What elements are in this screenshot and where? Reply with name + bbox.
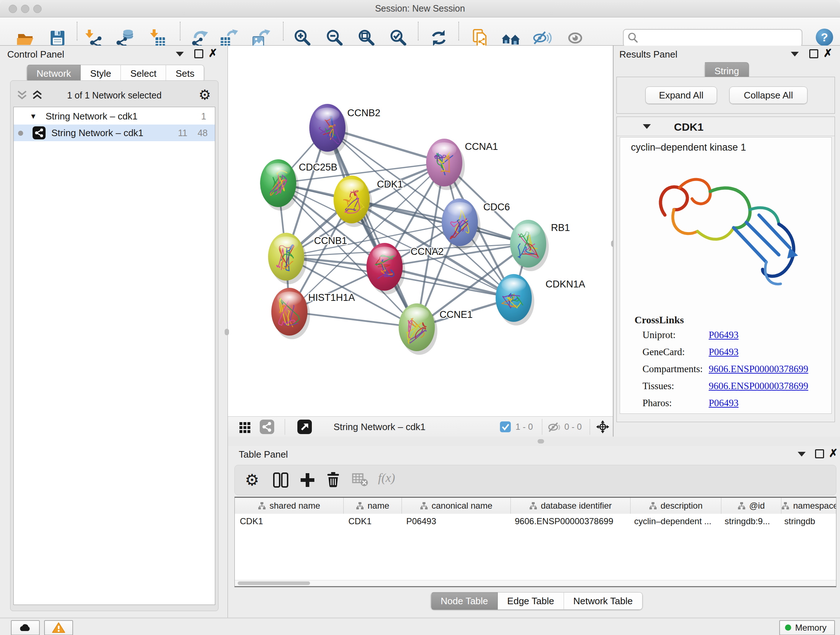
import-network-file-button[interactable] [84,28,104,48]
toolbar-separator [77,22,77,41]
protein-structure-image [643,161,810,313]
table-cell-id[interactable]: stringdb:9... [720,514,779,529]
table-cell-canonical-name[interactable]: P06493 [401,514,510,529]
splitter-handle[interactable] [538,439,544,443]
crosslink-tissues[interactable]: 9606.ENSP00000378699 [709,380,808,392]
memory-button[interactable]: Memory [779,620,835,635]
crosslink-genecard[interactable]: P06493 [709,347,739,358]
save-session-button[interactable] [47,28,68,48]
column-header-namespace[interactable]: namespace [782,498,836,514]
help-button[interactable]: ? [816,29,833,46]
scrollbar-thumb[interactable] [238,581,310,585]
table-cell-namespace[interactable]: stringdb [779,514,836,529]
panel-menu-caret-icon[interactable] [798,452,806,456]
collapse-all-button[interactable]: Collapse All [729,87,807,104]
selected-counts: 1 - 0 [515,417,533,437]
horizontal-splitter[interactable] [228,437,840,446]
add-column-icon[interactable] [298,471,317,489]
table-cell-shared-name[interactable]: CDK1 [235,514,343,529]
zoom-in-button[interactable] [292,28,313,48]
float-panel-icon[interactable] [809,49,818,58]
import-network-database-button[interactable] [115,28,135,48]
refresh-view-button[interactable] [429,28,449,48]
hide-panels-button[interactable] [531,28,552,48]
tab-sets[interactable]: Sets [166,65,204,82]
network-collection-row[interactable]: ▼ String Network – cdk1 1 [14,108,215,125]
tab-network-table[interactable]: Network Table [564,592,643,610]
table-cell-description[interactable]: cyclin–dependent ... [629,514,720,529]
warnings-button[interactable] [44,620,73,635]
column-header-database-identifier[interactable]: database identifier [511,498,630,514]
network-canvas[interactable]: CCNB2CCNA1CDC25BCDK1CDC6RB1CCNB1CCNA2CDK… [228,46,613,416]
open-session-button[interactable] [15,28,35,48]
float-panel-icon[interactable] [815,449,824,458]
tab-edge-table[interactable]: Edge Table [498,592,564,610]
birds-eye-view-icon[interactable] [595,420,610,434]
network-badge-toggle-icon[interactable] [260,420,274,434]
split-columns-icon[interactable] [272,471,290,489]
network-node-CDC25B[interactable]: CDC25B [260,159,338,211]
panel-menu-caret-icon[interactable] [176,52,184,57]
network-node-RB1[interactable]: RB1 [510,220,570,271]
status-bar: Memory [0,618,840,635]
zoom-selected-button[interactable] [388,28,409,48]
gene-header-row[interactable]: CDK1 [617,117,835,136]
toolbar-separator [590,419,590,435]
grid-view-icon[interactable] [239,421,252,434]
tab-style[interactable]: Style [81,65,121,82]
selected-checkbox-icon[interactable] [500,421,511,432]
close-panel-icon[interactable]: ✗ [829,448,838,458]
network-node-CCNE1[interactable]: CCNE1 [399,303,473,355]
tab-select[interactable]: Select [121,65,166,82]
manage-networks-button[interactable] [470,28,490,48]
home-button[interactable] [501,28,521,48]
cloud-button[interactable] [11,620,40,635]
network-collection-label: String Network – cdk1 [46,108,137,125]
table-row[interactable]: CDK1CDK1P064939606.ENSP00000378699cyclin… [235,514,836,529]
zoom-fit-button[interactable] [356,28,377,48]
tree-expand-caret-icon[interactable]: ▼ [30,108,37,125]
panel-menu-caret-icon[interactable] [791,52,799,57]
gear-icon[interactable]: ⚙ [199,88,211,102]
network-node-HIST1H1A[interactable]: HIST1H1A [271,288,355,339]
crosslink-pharos[interactable]: P06493 [709,397,739,409]
table-gear-icon[interactable]: ⚙ [245,471,263,489]
export-image-button[interactable] [251,28,271,48]
export-table-button[interactable] [218,28,239,48]
close-panel-icon[interactable]: ✗ [208,49,218,58]
network-row-selected[interactable]: String Network – cdk1 11 48 [14,125,215,141]
open-in-window-icon[interactable] [297,420,312,434]
column-type-icon [649,502,657,510]
table-cell-database-identifier[interactable]: 9606.ENSP00000378699 [510,514,629,529]
column-label: database identifier [541,501,612,511]
network-edge-CCNA1-HIST1H1A[interactable] [289,163,444,312]
section-collapse-caret-icon[interactable] [643,124,651,129]
horizontal-scrollbar[interactable] [235,580,836,586]
column-header-name[interactable]: name [344,498,402,514]
memory-label: Memory [795,623,827,633]
delete-column-icon[interactable] [325,471,343,489]
float-panel-icon[interactable] [194,49,203,58]
show-panel-button[interactable] [565,28,585,48]
table-header-row: shared namenamecanonical namedatabase id… [235,498,836,514]
column-header-description[interactable]: description [630,498,722,514]
close-panel-icon[interactable]: ✗ [823,49,832,58]
expand-all-button[interactable]: Expand All [645,87,717,104]
tab-node-table[interactable]: Node Table [431,592,498,610]
column-header-canonical-name[interactable]: canonical name [402,498,511,514]
search-input[interactable] [640,31,797,44]
column-header-id[interactable]: @id [722,498,782,514]
zoom-out-button[interactable] [325,28,345,48]
crosslink-compartments[interactable]: 9606.ENSP00000378699 [709,363,808,375]
network-node-CDC6[interactable]: CDC6 [442,198,510,250]
network-node-CDKN1A[interactable]: CDKN1A [496,274,585,325]
crosslink-uniprot[interactable]: P06493 [709,329,739,340]
column-header-shared-name[interactable]: shared name [235,498,344,514]
import-table-button[interactable] [148,28,168,48]
tab-network[interactable]: Network [27,65,81,82]
vertical-splitter-handle[interactable] [225,329,229,335]
table-cell-name[interactable]: CDK1 [343,514,401,529]
export-network-button[interactable] [190,28,210,48]
network-node-CCNB2[interactable]: CCNB2 [309,104,381,155]
network-node-CCNA1[interactable]: CCNA1 [426,139,498,190]
